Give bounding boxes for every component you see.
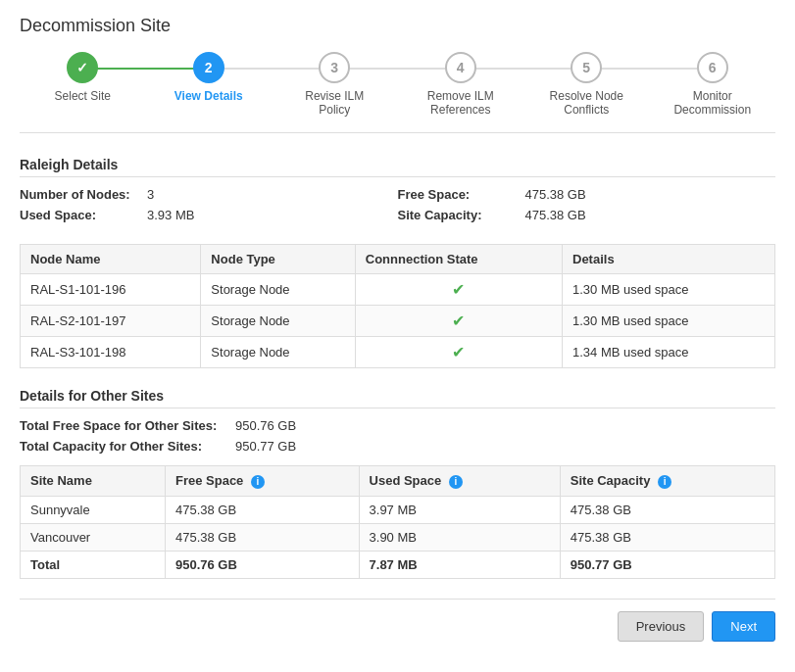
table-row: RAL-S1-101-196 Storage Node ✔ 1.30 MB us…	[21, 274, 775, 306]
sites-col-name: Site Name	[21, 466, 166, 497]
total-free-label: Total Free Space for Other Sites:	[20, 418, 235, 433]
total-capacity-value: 950.77 GB	[235, 439, 296, 454]
check-icon: ✔	[366, 280, 552, 299]
page-container: Decommission Site ✓ Select Site 2 View D…	[0, 0, 795, 661]
total-free-value: 950.76 GB	[235, 418, 296, 433]
total-free-row: Total Free Space for Other Sites: 950.76…	[20, 418, 775, 433]
site-capacity: 475.38 GB	[560, 496, 774, 523]
nodes-count-row: Number of Nodes: 3	[20, 187, 398, 202]
raleigh-section: Raleigh Details Number of Nodes: 3 Used …	[20, 157, 775, 368]
used-space-value: 3.93 MB	[147, 208, 194, 222]
site-capacity: 475.38 GB	[560, 523, 774, 551]
step-1: ✓ Select Site	[20, 52, 146, 103]
nodes-col-type: Node Type	[201, 245, 355, 274]
node-name: RAL-S2-101-197	[21, 306, 201, 337]
raleigh-left-col: Number of Nodes: 3 Used Space: 3.93 MB	[20, 187, 398, 228]
site-name: Sunnyvale	[21, 496, 166, 523]
total-capacity: 950.77 GB	[560, 551, 774, 578]
total-capacity-label: Total Capacity for Other Sites:	[20, 439, 235, 454]
free-space-value: 475.38 GB	[525, 187, 586, 202]
node-details: 1.30 MB used space	[563, 274, 775, 306]
free-space-info-icon[interactable]: i	[251, 475, 265, 489]
node-details: 1.30 MB used space	[563, 306, 775, 337]
total-label: Total	[21, 551, 166, 578]
table-row: RAL-S3-101-198 Storage Node ✔ 1.34 MB us…	[21, 337, 775, 368]
nodes-col-name: Node Name	[21, 245, 201, 274]
raleigh-right-col: Free Space: 475.38 GB Site Capacity: 475…	[398, 187, 776, 228]
page-title: Decommission Site	[20, 16, 775, 36]
check-icon: ✔	[366, 312, 552, 330]
other-sites-section: Details for Other Sites Total Free Space…	[20, 388, 775, 579]
check-icon: ✔	[366, 343, 552, 361]
nodes-col-details: Details	[563, 245, 775, 274]
site-capacity-row: Site Capacity: 475.38 GB	[398, 208, 776, 222]
step-5-label: Resolve Node Conflicts	[542, 89, 630, 117]
step-4-circle: 4	[445, 52, 476, 83]
step-1-label: Select Site	[55, 89, 111, 103]
node-connection: ✔	[355, 274, 562, 306]
step-3-label: Revise ILM Policy	[290, 89, 378, 117]
site-capacity-value: 475.38 GB	[525, 208, 586, 222]
total-free: 950.76 GB	[165, 551, 359, 578]
table-row: Sunnyvale 475.38 GB 3.97 MB 475.38 GB	[21, 496, 775, 523]
site-free: 475.38 GB	[165, 523, 359, 551]
total-used: 7.87 MB	[359, 551, 560, 578]
step-4-label: Remove ILM References	[417, 89, 505, 117]
sites-table: Site Name Free Space i Used Space i Site…	[20, 465, 775, 579]
nodes-count-value: 3	[147, 187, 154, 202]
step-5: 5 Resolve Node Conflicts	[523, 52, 650, 117]
step-5-circle: 5	[571, 52, 602, 83]
total-capacity-row: Total Capacity for Other Sites: 950.77 G…	[20, 439, 775, 454]
step-4: 4 Remove ILM References	[398, 52, 524, 117]
node-details: 1.34 MB used space	[563, 337, 775, 368]
step-6-label: Monitor Decommission	[669, 89, 757, 117]
sites-col-capacity: Site Capacity i	[560, 466, 774, 497]
step-2-circle: 2	[193, 52, 224, 83]
free-space-row: Free Space: 475.38 GB	[398, 187, 776, 202]
step-3-circle: 3	[319, 52, 350, 83]
step-6-circle: 6	[697, 52, 728, 83]
site-used: 3.90 MB	[359, 523, 560, 551]
site-capacity-label: Site Capacity:	[398, 208, 525, 222]
sites-col-free: Free Space i	[165, 466, 359, 497]
previous-button[interactable]: Previous	[618, 611, 705, 642]
site-name: Vancouver	[21, 523, 166, 551]
used-space-row: Used Space: 3.93 MB	[20, 208, 398, 222]
sites-col-used: Used Space i	[359, 466, 560, 497]
node-name: RAL-S1-101-196	[21, 274, 201, 306]
node-connection: ✔	[355, 306, 562, 337]
node-type: Storage Node	[201, 337, 355, 368]
site-used: 3.97 MB	[359, 496, 560, 523]
step-1-circle: ✓	[67, 52, 98, 83]
table-row: Vancouver 475.38 GB 3.90 MB 475.38 GB	[21, 523, 775, 551]
next-button[interactable]: Next	[712, 611, 775, 642]
nodes-table: Node Name Node Type Connnection State De…	[20, 244, 775, 368]
step-2: 2 View Details	[146, 52, 273, 103]
sites-total-row: Total 950.76 GB 7.87 MB 950.77 GB	[21, 551, 775, 578]
free-space-label: Free Space:	[398, 187, 525, 202]
footer: Previous Next	[20, 599, 775, 646]
other-sites-title: Details for Other Sites	[20, 388, 775, 408]
node-name: RAL-S3-101-198	[21, 337, 201, 368]
stepper: ✓ Select Site 2 View Details 3 Revise IL…	[20, 52, 775, 133]
other-sites-summary: Total Free Space for Other Sites: 950.76…	[20, 418, 775, 454]
used-space-info-icon[interactable]: i	[449, 475, 463, 489]
table-row: RAL-S2-101-197 Storage Node ✔ 1.30 MB us…	[21, 306, 775, 337]
raleigh-details-grid: Number of Nodes: 3 Used Space: 3.93 MB F…	[20, 187, 775, 228]
step-6: 6 Monitor Decommission	[650, 52, 776, 117]
node-type: Storage Node	[201, 274, 355, 306]
step-2-label: View Details	[174, 89, 243, 103]
nodes-col-connection: Connnection State	[355, 245, 562, 274]
used-space-label: Used Space:	[20, 208, 147, 222]
node-type: Storage Node	[201, 306, 355, 337]
site-free: 475.38 GB	[165, 496, 359, 523]
nodes-count-label: Number of Nodes:	[20, 187, 147, 202]
node-connection: ✔	[355, 337, 562, 368]
raleigh-section-title: Raleigh Details	[20, 157, 775, 177]
site-capacity-info-icon[interactable]: i	[658, 475, 671, 489]
step-3: 3 Revise ILM Policy	[272, 52, 398, 117]
